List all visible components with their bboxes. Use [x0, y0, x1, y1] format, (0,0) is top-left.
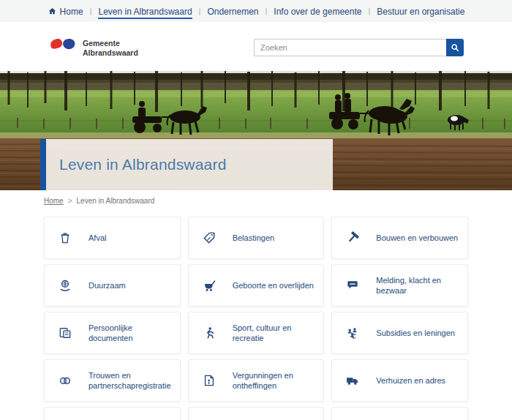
nav-item-ondernemen[interactable]: Ondernemen — [207, 4, 258, 19]
category-card-geboorte-en-overlijden[interactable]: Geboorte en overlijden — [188, 264, 325, 307]
sports-icon — [202, 326, 217, 340]
category-card-subsidies-en-leningen[interactable]: Subsidies en leningen — [331, 312, 468, 354]
breadcrumb: Home>Leven in Albrandswaard — [44, 197, 512, 205]
logo-text: Gemeente Albrandswaard — [83, 37, 138, 58]
category-card-persoonlijke-documenten[interactable]: Persoonlijke documenten — [44, 312, 181, 354]
category-card-bouwen-en-verbouwen[interactable]: Bouwen en verbouwen — [331, 217, 468, 259]
page-title: Leven in Albrandswaard — [59, 156, 227, 173]
nav-divider: | — [90, 7, 92, 15]
category-card-sport-cultuur-en-recreatie[interactable]: Sport, cultuur en recreatie — [188, 312, 325, 354]
tax-tag-icon — [202, 230, 217, 245]
nav-item-label: Info over de gemeente — [274, 7, 361, 17]
category-card-vergunningen-en-ontheffingen[interactable]: Vergunningen en ontheffingen — [188, 359, 325, 402]
search-bar — [254, 39, 464, 56]
category-card-trouwen-en-partnerschapregistratie[interactable]: Trouwen en partnerschapregistratie — [44, 359, 181, 402]
category-card-label: Duurzaam — [89, 280, 126, 290]
search-input[interactable] — [254, 39, 446, 56]
category-card-label: Bouwen en verbouwen — [376, 233, 458, 243]
category-card-afval[interactable]: Afval — [44, 217, 181, 259]
search-button[interactable] — [446, 39, 464, 56]
search-icon — [450, 42, 460, 53]
category-card-partial[interactable] — [331, 407, 468, 420]
logo-mark-icon — [50, 37, 76, 53]
people-euro-icon — [345, 326, 360, 340]
category-card-melding-klacht-en-bezwaar[interactable]: Melding, klacht en bezwaar — [331, 264, 468, 307]
top-navigation-bar: Home|Leven in Albrandswaard|Ondernemen|I… — [0, 0, 512, 22]
breadcrumb-item-leven-in-albrandswaard: Leven in Albrandswaard — [77, 197, 155, 205]
wedding-rings-icon — [58, 373, 72, 388]
category-card-label: Subsidies en leningen — [376, 328, 455, 338]
category-card-label: Persoonlijke documenten — [89, 323, 174, 344]
hero-image: Leven in Albrandswaard — [0, 71, 512, 190]
category-card-label: Verhuizen en adres — [376, 375, 445, 386]
category-card-grid: AfvalBelastingenBouwen en verbouwenDuurz… — [44, 217, 468, 420]
category-card-partial[interactable] — [188, 407, 325, 420]
category-card-label: Vergunningen en ontheffingen — [233, 370, 318, 391]
trash-icon — [58, 230, 72, 245]
category-card-label: Sport, cultuur en recreatie — [233, 323, 318, 344]
nav-item-label: Bestuur en organisatie — [377, 7, 464, 17]
category-card-belastingen[interactable]: Belastingen — [188, 217, 325, 259]
nav-divider: | — [368, 7, 370, 15]
nav-item-label: Ondernemen — [207, 7, 258, 17]
id-documents-icon — [58, 326, 72, 340]
category-card-verhuizen-en-adres[interactable]: Verhuizen en adres — [331, 359, 468, 402]
nav-item-leven-in-albrandswaard[interactable]: Leven in Albrandswaard — [98, 4, 192, 19]
category-card-label: Afval — [89, 233, 106, 243]
nav-divider: | — [199, 7, 201, 15]
category-card-label: Melding, klacht en bezwaar — [376, 275, 462, 296]
nav-divider: | — [265, 7, 267, 15]
speech-bubble-icon — [345, 278, 360, 293]
category-card-label: Geboorte en overlijden — [233, 280, 314, 290]
category-card-partial[interactable] — [44, 407, 181, 420]
home-icon — [48, 7, 57, 16]
site-header: Gemeente Albrandswaard — [0, 22, 512, 71]
nav-item-label: Leven in Albrandswaard — [98, 7, 192, 17]
municipality-logo[interactable]: Gemeente Albrandswaard — [50, 37, 138, 58]
pram-icon — [202, 278, 217, 293]
nav-item-bestuur-en-organisatie[interactable]: Bestuur en organisatie — [377, 4, 464, 19]
hero-title-panel: Leven in Albrandswaard — [40, 139, 333, 190]
nav-item-home[interactable]: Home — [48, 4, 83, 19]
breadcrumb-separator: > — [68, 197, 72, 205]
category-card-label: Belastingen — [233, 233, 275, 243]
nav-item-info-over-de-gemeente[interactable]: Info over de gemeente — [274, 4, 361, 19]
sustainability-globe-icon — [58, 278, 72, 293]
category-card-label: Trouwen en partnerschapregistratie — [89, 370, 174, 391]
category-card-duurzaam[interactable]: Duurzaam — [44, 264, 181, 307]
breadcrumb-item-home[interactable]: Home — [44, 197, 64, 205]
moving-truck-icon — [345, 373, 360, 388]
nav-item-label: Home — [60, 7, 83, 17]
permit-document-icon — [202, 373, 217, 388]
hammer-icon — [345, 230, 360, 245]
